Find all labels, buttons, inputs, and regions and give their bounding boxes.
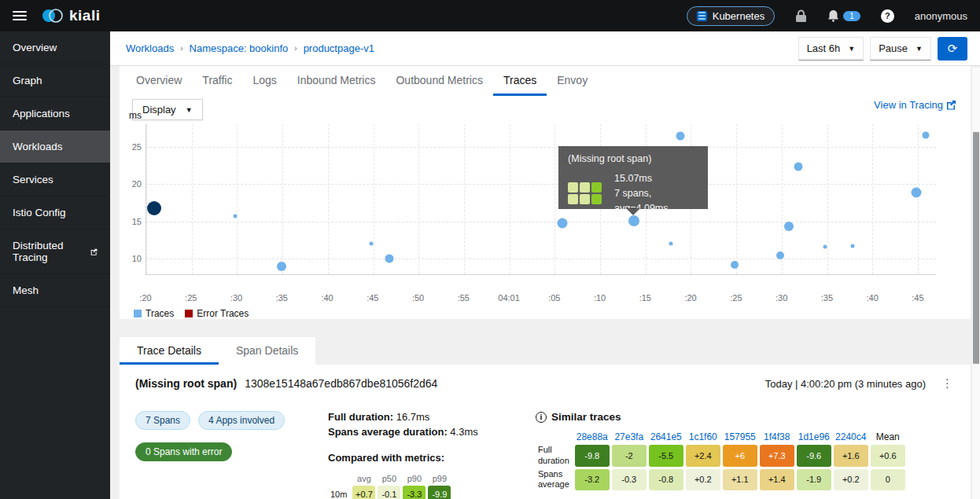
badge-0-spans-with-error: 0 Spans with error	[135, 442, 232, 461]
sidebar-item-mesh[interactable]: Mesh	[0, 274, 110, 307]
trace-point[interactable]	[922, 132, 929, 139]
similar-heat-cell: +0.2	[686, 469, 720, 491]
trace-point[interactable]	[277, 262, 286, 271]
breadcrumb-bar: Workloads›Namespace: bookinfo›productpag…	[110, 31, 980, 66]
similar-trace-link[interactable]: 1c1f60	[686, 431, 720, 442]
trace-point[interactable]	[147, 201, 161, 215]
trace-point[interactable]	[369, 242, 373, 246]
compared-col-header: p50	[378, 474, 400, 483]
legend-swatch	[134, 310, 142, 317]
x-gridline	[736, 124, 737, 274]
x-gridline	[282, 124, 283, 274]
trace-point[interactable]	[850, 244, 854, 248]
tab-envoy[interactable]: Envoy	[547, 66, 598, 96]
sidebar-item-workloads[interactable]: Workloads	[0, 130, 110, 163]
compared-header-row: avgp50p90p99	[330, 474, 451, 483]
similar-trace-link[interactable]: 1f4f38	[760, 431, 794, 442]
duration-select[interactable]: Last 6h ▼	[798, 37, 864, 61]
trace-point[interactable]	[557, 218, 567, 229]
tab-trace-details[interactable]: Trace Details	[120, 337, 219, 365]
tab-span-details[interactable]: Span Details	[219, 337, 315, 365]
tab-traces[interactable]: Traces	[493, 66, 547, 96]
tooltip-spans: 7 spans, avg=4.09ms	[614, 186, 698, 216]
similar-trace-link[interactable]: 1d1e96	[797, 431, 831, 442]
vertical-scrollbar[interactable]	[971, 68, 980, 499]
tab-inbound-metrics[interactable]: Inbound Metrics	[287, 66, 386, 96]
display-dropdown[interactable]: Display ▼	[132, 99, 203, 120]
breadcrumb-item-workloads[interactable]: Workloads	[126, 42, 174, 54]
trace-point[interactable]	[776, 251, 784, 259]
legend-item-error-traces[interactable]: Error Traces	[185, 308, 249, 319]
tab-logs[interactable]: Logs	[242, 66, 286, 96]
similar-trace-link[interactable]: 27e3fa	[612, 431, 647, 442]
external-link-icon	[946, 100, 956, 110]
sidebar-item-overview[interactable]: Overview	[0, 31, 110, 64]
sidebar-item-graph[interactable]: Graph	[0, 64, 110, 97]
similar-trace-link[interactable]: 2641e5	[649, 431, 683, 442]
sidebar-item-label: Graph	[13, 75, 42, 86]
duration-select-value: Last 6h	[807, 42, 841, 54]
trace-point[interactable]	[234, 214, 238, 218]
hamburger-menu-icon[interactable]	[13, 11, 27, 20]
y-gridline	[146, 259, 936, 259]
chevron-down-icon: ▼	[186, 106, 193, 114]
tab-traffic[interactable]: Traffic	[192, 66, 242, 96]
tab-outbound-metrics[interactable]: Outbound Metrics	[385, 66, 493, 96]
sidebar-item-istio-config[interactable]: Istio Config	[0, 196, 110, 229]
sidebar-item-label: Overview	[13, 42, 57, 53]
trace-point[interactable]	[784, 222, 794, 231]
similar-trace-link[interactable]: 2240c4	[834, 431, 868, 442]
compared-heat-cell: +0.7	[352, 486, 375, 499]
trace-point[interactable]	[731, 261, 739, 269]
x-tick-label: :20	[128, 293, 163, 303]
x-tick-label: 04:01	[492, 293, 526, 303]
legend-swatch	[185, 310, 193, 317]
x-tick-label: :55	[446, 293, 481, 303]
similar-trace-link[interactable]: 157955	[723, 431, 757, 442]
user-menu[interactable]: anonymous	[915, 10, 967, 22]
trace-point[interactable]	[823, 244, 827, 248]
similar-heat-cell: -2	[612, 445, 647, 467]
tab-overview[interactable]: Overview	[126, 66, 192, 96]
breadcrumb-item-namespace-bookinfo[interactable]: Namespace: bookinfo	[190, 42, 289, 54]
sidebar-item-label: Istio Config	[13, 207, 66, 218]
legend-item-traces[interactable]: Traces	[134, 308, 174, 319]
similar-heat-cell: -1.9	[797, 469, 831, 491]
trace-point[interactable]	[676, 132, 685, 141]
notifications-button[interactable]: 1	[827, 9, 860, 22]
refresh-interval-select[interactable]: Pause ▼	[870, 37, 931, 61]
trace-point[interactable]	[628, 215, 639, 226]
breadcrumb-separator: ›	[294, 44, 297, 53]
trace-point[interactable]	[911, 188, 921, 198]
similar-heat-cell: +1.6	[834, 445, 868, 467]
compared-row: 10m+0.7-0.1-3.3-9.9	[330, 486, 451, 499]
sidebar-item-applications[interactable]: Applications	[0, 97, 110, 130]
x-gridline	[192, 124, 193, 274]
trace-point[interactable]	[385, 255, 393, 263]
kubernetes-badge-label: Kubernetes	[713, 10, 765, 22]
refresh-button[interactable]: ⟳	[938, 37, 967, 61]
x-tick-label: :40	[855, 293, 890, 303]
similar-heat-cell: +2.4	[686, 445, 720, 467]
sidebar-item-services[interactable]: Services	[0, 163, 110, 196]
scroll-area: OverviewTrafficLogsInbound MetricsOutbou…	[110, 66, 980, 499]
kebab-menu-icon[interactable]: ⋮	[937, 376, 958, 391]
kubernetes-cluster-badge[interactable]: Kubernetes	[687, 6, 776, 26]
y-tick-label: 15	[123, 217, 142, 226]
x-gridline	[918, 124, 919, 274]
spans-average-value: 4.3ms	[450, 426, 477, 438]
similar-heat-cell: -9.6	[797, 445, 831, 467]
help-icon[interactable]: ?	[881, 9, 894, 23]
breadcrumb-item-productpage-v1[interactable]: productpage-v1	[304, 42, 374, 54]
view-in-tracing-link[interactable]: View in Tracing	[874, 99, 956, 111]
lock-icon[interactable]	[795, 9, 807, 23]
sidebar-item-label: Distributed Tracing	[13, 240, 86, 263]
sidebar-item-distributed-tracing[interactable]: Distributed Tracing	[0, 229, 110, 274]
trace-point[interactable]	[669, 242, 673, 246]
trace-point[interactable]	[794, 163, 803, 171]
tooltip-heat-cell	[568, 182, 578, 193]
similar-trace-link[interactable]: 28e88a	[575, 431, 610, 442]
scrollbar-thumb[interactable]	[973, 132, 979, 364]
compared-heat-cell: -0.1	[378, 486, 400, 499]
tooltip-heat-cell	[580, 182, 590, 193]
